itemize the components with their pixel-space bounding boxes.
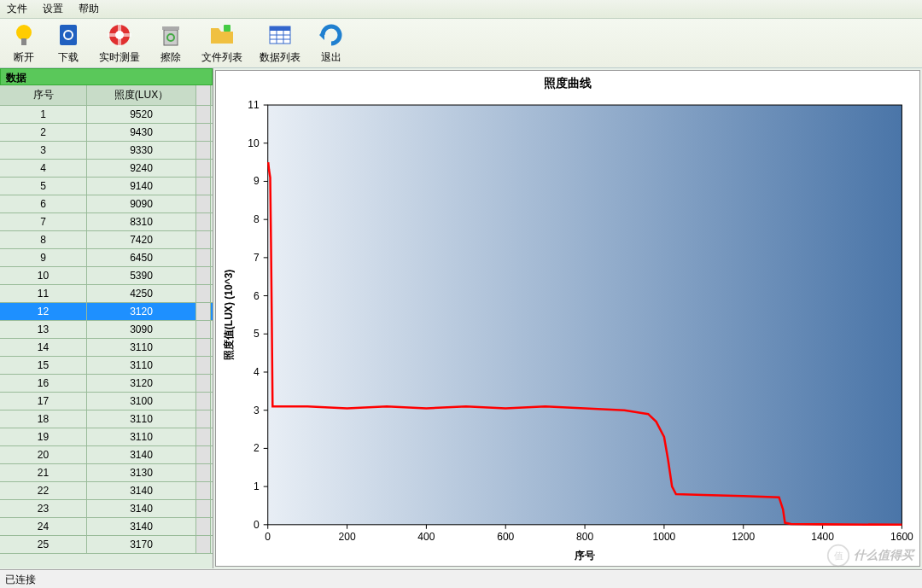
table-row[interactable]: 253170 — [0, 536, 213, 554]
table-row[interactable]: 183110 — [0, 410, 213, 428]
menu-settings[interactable]: 设置 — [43, 2, 63, 16]
illuminance-chart: 0200400600800100012001400160001234567891… — [216, 96, 919, 568]
table-row[interactable]: 213130 — [0, 464, 213, 482]
table-row[interactable]: 123120 — [0, 303, 213, 321]
svg-text:2: 2 — [254, 442, 260, 454]
cell-value: 3100 — [87, 393, 196, 410]
svg-text:11: 11 — [248, 99, 260, 111]
svg-text:1: 1 — [254, 480, 260, 492]
panel-title: 数据 — [0, 68, 213, 85]
svg-text:800: 800 — [576, 531, 593, 543]
table-row[interactable]: 163120 — [0, 375, 213, 393]
menu-bar: 文件 设置 帮助 — [0, 0, 922, 19]
realtime-button[interactable]: 实时测量 — [99, 21, 140, 65]
data-grid[interactable]: 序号 照度(LUX） 19520294303933049240591406909… — [0, 85, 213, 568]
svg-rect-2 — [60, 25, 77, 45]
table-row[interactable]: 243140 — [0, 518, 213, 536]
svg-point-0 — [16, 25, 32, 40]
table-row[interactable]: 223140 — [0, 482, 213, 500]
svg-text:照度值(LUX) (10^3): 照度值(LUX) (10^3) — [223, 270, 235, 361]
cell-index: 15 — [0, 357, 87, 374]
data-panel: 数据 序号 照度(LUX） 19520294303933049240591406… — [0, 68, 213, 568]
column-index[interactable]: 序号 — [0, 85, 87, 105]
table-row[interactable]: 78310 — [0, 213, 213, 231]
cell-value: 9430 — [87, 124, 196, 141]
svg-text:5: 5 — [254, 328, 260, 340]
cell-index: 25 — [0, 536, 87, 553]
cell-index: 2 — [0, 124, 87, 141]
svg-text:3: 3 — [254, 405, 260, 416]
disconnect-button[interactable]: 断开 — [10, 21, 38, 65]
svg-text:200: 200 — [339, 531, 356, 543]
cell-index: 19 — [0, 428, 87, 445]
table-row[interactable]: 143110 — [0, 339, 213, 357]
svg-text:1200: 1200 — [732, 531, 755, 543]
svg-rect-8 — [164, 30, 178, 45]
folder-icon — [208, 21, 236, 49]
cell-value: 3120 — [87, 375, 196, 392]
datalist-button[interactable]: 数据列表 — [260, 21, 301, 65]
cell-value: 3140 — [87, 518, 196, 535]
status-text: 已连接 — [5, 573, 36, 585]
cell-index: 13 — [0, 321, 87, 338]
table-row[interactable]: 133090 — [0, 321, 213, 339]
cell-value: 8310 — [87, 213, 196, 230]
svg-text:400: 400 — [417, 531, 435, 543]
svg-text:0: 0 — [265, 531, 271, 543]
bulb-icon — [10, 21, 38, 49]
svg-text:6: 6 — [254, 290, 260, 302]
cell-index: 8 — [0, 231, 87, 248]
cell-index: 23 — [0, 500, 87, 517]
cell-index: 21 — [0, 464, 87, 481]
svg-text:1600: 1600 — [890, 531, 913, 543]
scrollbar-gutter — [196, 85, 211, 105]
svg-rect-1 — [21, 38, 26, 45]
table-row[interactable]: 87420 — [0, 231, 213, 249]
download-button[interactable]: 下载 — [55, 21, 82, 65]
cell-value: 9330 — [87, 142, 196, 159]
column-value[interactable]: 照度(LUX） — [87, 85, 196, 105]
svg-rect-13 — [270, 26, 290, 31]
svg-text:0: 0 — [254, 519, 260, 531]
cell-index: 6 — [0, 195, 87, 212]
svg-text:1400: 1400 — [811, 531, 834, 543]
table-row[interactable]: 114250 — [0, 285, 213, 303]
cell-value: 7420 — [87, 231, 196, 248]
chart-panel: 照度曲线 02004006008001000120014001600012345… — [215, 70, 920, 567]
svg-text:序号: 序号 — [574, 550, 595, 562]
table-row[interactable]: 153110 — [0, 357, 213, 375]
cell-index: 14 — [0, 339, 87, 356]
svg-rect-18 — [268, 105, 902, 525]
svg-text:4: 4 — [254, 366, 260, 378]
table-row[interactable]: 29430 — [0, 124, 213, 142]
table-row[interactable]: 39330 — [0, 142, 213, 160]
table-row[interactable]: 203140 — [0, 446, 213, 464]
table-row[interactable]: 105390 — [0, 267, 213, 285]
svg-text:600: 600 — [497, 531, 514, 543]
table-row[interactable]: 69090 — [0, 195, 213, 213]
svg-text:9: 9 — [254, 175, 260, 187]
svg-text:8: 8 — [254, 213, 260, 225]
lifebuoy-icon — [106, 21, 133, 49]
cell-index: 3 — [0, 142, 87, 159]
menu-help[interactable]: 帮助 — [79, 2, 99, 16]
table-icon — [266, 21, 294, 49]
table-row[interactable]: 233140 — [0, 500, 213, 518]
exit-button[interactable]: 退出 — [318, 21, 345, 65]
watermark: 值 什么值得买 — [826, 544, 913, 568]
book-icon — [55, 21, 82, 49]
table-row[interactable]: 173100 — [0, 393, 213, 410]
menu-file[interactable]: 文件 — [7, 2, 27, 16]
cell-value: 9140 — [87, 178, 196, 195]
filelist-button[interactable]: 文件列表 — [201, 21, 242, 65]
table-row[interactable]: 59140 — [0, 178, 213, 195]
cell-value: 3140 — [87, 446, 196, 463]
cell-value: 3120 — [87, 303, 196, 320]
cell-value: 3110 — [87, 428, 196, 445]
table-row[interactable]: 193110 — [0, 428, 213, 446]
table-row[interactable]: 19520 — [0, 106, 213, 124]
table-row[interactable]: 96450 — [0, 249, 213, 267]
table-row[interactable]: 49240 — [0, 160, 213, 178]
trash-icon — [157, 21, 184, 49]
clear-button[interactable]: 擦除 — [157, 21, 184, 65]
